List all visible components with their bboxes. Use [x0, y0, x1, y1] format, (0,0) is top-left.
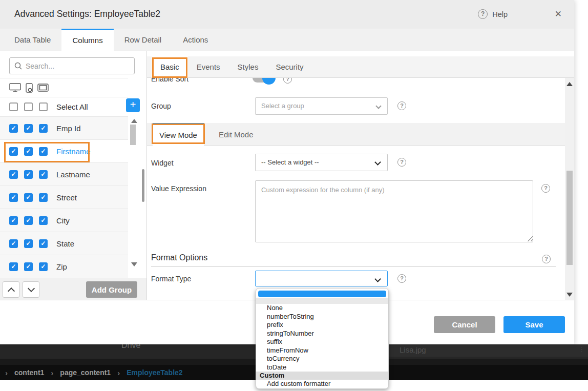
scroll-down-icon[interactable] — [566, 293, 573, 297]
modal-header: Advanced Settings: EmployeeTable2 ? Help… — [0, 0, 574, 29]
value-expression-textarea[interactable] — [255, 180, 533, 242]
widget-select[interactable]: -- Select a widget -- — [255, 154, 388, 171]
add-column-button[interactable]: + — [126, 98, 140, 112]
add-group-button[interactable]: Add Group — [86, 281, 137, 298]
phone-checkbox[interactable] — [24, 239, 33, 248]
search-input[interactable] — [26, 62, 123, 70]
basic-settings-panel: Enable Sort ? Group Select a group ? Vie… — [147, 78, 565, 300]
tab-basic[interactable]: Basic — [152, 56, 188, 78]
format-type-label: Format Type — [151, 275, 191, 283]
enable-sort-toggle-knob[interactable] — [262, 78, 276, 85]
column-label[interactable]: Street — [56, 193, 77, 202]
dropdown-option-timefromnow[interactable]: timeFromNow — [256, 346, 388, 355]
dropdown-option-none[interactable]: None — [256, 304, 388, 313]
column-label[interactable]: State — [56, 239, 74, 248]
desktop-checkbox[interactable] — [9, 262, 18, 271]
desktop-checkbox[interactable] — [9, 124, 18, 133]
help-icon: ? — [541, 184, 550, 193]
desktop-checkbox[interactable] — [9, 147, 18, 156]
dropdown-option-todate[interactable]: toDate — [256, 363, 388, 372]
chevron-right-icon: › — [117, 368, 120, 377]
tab-events[interactable]: Events — [188, 56, 229, 78]
column-label[interactable]: City — [56, 216, 70, 225]
phone-checkbox[interactable] — [24, 147, 33, 156]
desktop-checkbox[interactable] — [9, 193, 18, 202]
tablet-checkbox[interactable] — [39, 193, 48, 202]
tablet-checkbox[interactable] — [39, 170, 48, 179]
select-all-phone-checkbox[interactable] — [24, 102, 33, 111]
column-label[interactable]: Firstname — [56, 147, 91, 156]
dropdown-option-numbertostring[interactable]: numberToString — [256, 313, 388, 321]
close-icon[interactable]: ✕ — [555, 9, 562, 19]
breadcrumb-item-current[interactable]: EmployeeTable2 — [127, 368, 182, 377]
save-button[interactable]: Save — [503, 316, 565, 333]
format-type-select[interactable] — [255, 271, 388, 286]
panel-scrollbar[interactable] — [565, 78, 574, 300]
dropdown-option-tocurrency[interactable]: toCurrency — [256, 355, 388, 363]
phone-checkbox[interactable] — [24, 193, 33, 202]
group-select[interactable]: Select a group — [255, 97, 388, 115]
move-down-button[interactable] — [23, 281, 39, 298]
sidebar-scrollbar-thumb[interactable] — [142, 169, 144, 202]
chevron-down-icon — [28, 285, 35, 292]
scroll-up-icon[interactable] — [131, 119, 137, 123]
desktop-checkbox[interactable] — [9, 170, 18, 179]
tablet-checkbox[interactable] — [39, 147, 48, 156]
dropdown-selected-option[interactable] — [258, 291, 386, 297]
move-up-button[interactable] — [3, 281, 19, 298]
help-icon[interactable]: ? — [478, 9, 488, 19]
widget-label: Widget — [151, 159, 174, 167]
column-row-zip[interactable]: Zip — [0, 255, 128, 278]
tablet-checkbox[interactable] — [39, 262, 48, 271]
tablet-checkbox[interactable] — [39, 239, 48, 248]
resize-handle[interactable] — [527, 236, 533, 241]
column-row-city[interactable]: City — [0, 209, 128, 232]
phone-checkbox[interactable] — [24, 124, 33, 133]
desktop-icon[interactable] — [9, 83, 21, 92]
column-row-firstname[interactable]: Firstname — [0, 140, 128, 163]
help-icon: ? — [397, 274, 406, 283]
search-box[interactable] — [9, 57, 135, 74]
phone-checkbox[interactable] — [24, 262, 33, 271]
panel-scrollbar-thumb[interactable] — [566, 171, 573, 265]
dropdown-option-stringtonumber[interactable]: stringToNumber — [256, 330, 388, 338]
column-row-lastname[interactable]: Lastname — [0, 163, 128, 186]
tab-edit-mode[interactable]: Edit Mode — [219, 123, 254, 146]
phone-icon[interactable] — [26, 83, 33, 93]
tablet-checkbox[interactable] — [39, 124, 48, 133]
help-label[interactable]: Help — [492, 10, 508, 18]
dropdown-option-prefix[interactable]: prefix — [256, 321, 388, 330]
column-row-state[interactable]: State — [0, 232, 128, 255]
tab-columns[interactable]: Columns — [61, 29, 113, 51]
scroll-down-icon[interactable] — [131, 262, 137, 266]
column-row-emp-id[interactable]: Emp Id — [0, 117, 128, 140]
cancel-button[interactable]: Cancel — [434, 316, 495, 333]
dropdown-option-suffix[interactable]: suffix — [256, 338, 388, 346]
phone-checkbox[interactable] — [24, 216, 33, 225]
column-row-street[interactable]: Street — [0, 186, 128, 209]
list-scrollbar-thumb[interactable] — [130, 125, 136, 145]
desktop-checkbox[interactable] — [9, 216, 18, 225]
tablet-icon[interactable] — [37, 84, 49, 92]
phone-checkbox[interactable] — [24, 170, 33, 179]
scroll-up-icon[interactable] — [566, 82, 573, 86]
tab-view-mode[interactable]: View Mode — [153, 123, 204, 146]
column-label[interactable]: Emp Id — [56, 124, 81, 133]
select-all-desktop-checkbox[interactable] — [9, 102, 18, 111]
column-label[interactable]: Lastname — [56, 170, 90, 179]
tab-data-table[interactable]: Data Table — [4, 29, 61, 51]
select-all-tablet-checkbox[interactable] — [39, 102, 48, 111]
breadcrumb-item[interactable]: page_content1 — [60, 368, 111, 377]
column-label[interactable]: Zip — [56, 262, 67, 271]
dropdown-group-custom: Custom — [256, 372, 388, 380]
dropdown-option-add-custom-formatter[interactable]: Add custom formatter — [256, 380, 388, 388]
desktop-checkbox[interactable] — [9, 239, 18, 248]
tab-styles[interactable]: Styles — [229, 56, 267, 78]
tablet-checkbox[interactable] — [39, 216, 48, 225]
breadcrumb-item[interactable]: content1 — [14, 368, 44, 377]
tab-row-detail[interactable]: Row Detail — [114, 29, 173, 51]
help-icon: ? — [397, 101, 406, 110]
tab-actions[interactable]: Actions — [172, 29, 219, 51]
help-button[interactable]: ? Help — [478, 9, 508, 19]
tab-security[interactable]: Security — [267, 56, 312, 78]
